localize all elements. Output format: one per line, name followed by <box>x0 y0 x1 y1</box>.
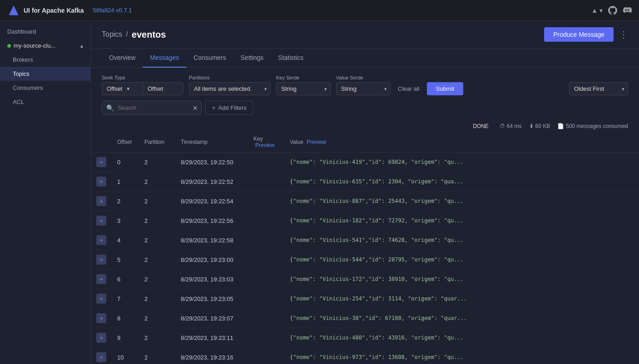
expand-row-button[interactable]: + <box>96 274 106 284</box>
sidebar-item-topics[interactable]: Topics <box>0 67 90 81</box>
sidebar-item-acl[interactable]: ACL <box>0 95 90 109</box>
main-layout: Dashboard my-source-clu... ▴ Brokers Top… <box>0 21 639 364</box>
seek-type-select[interactable]: Offset ▾ <box>102 82 143 95</box>
key-cell <box>248 289 284 309</box>
tab-statistics[interactable]: Statistics <box>271 49 311 68</box>
messages-stat: 📄 500 messages consumed <box>557 123 628 129</box>
github-icon <box>608 6 617 15</box>
sort-wrapper: Oldest First Newest First <box>569 82 628 95</box>
brokers-label: Brokers <box>13 56 33 63</box>
value-serde-wrapper: String Integer Long Base64 Avro <box>336 82 391 95</box>
breadcrumb-topics-link[interactable]: Topics <box>102 30 122 39</box>
partitions-wrapper: All items are selected. <box>189 82 271 95</box>
value-cell: {"nome": "Vinicius-635","id": 2304, "ori… <box>284 172 639 192</box>
seek-offset-input[interactable] <box>143 82 183 95</box>
key-serde-wrapper: String Integer Long Base64 Avro <box>276 82 331 95</box>
expand-row-button[interactable]: + <box>96 216 106 226</box>
key-serde-select[interactable]: String Integer Long Base64 Avro <box>276 82 331 95</box>
value-cell: {"nome": "Vinicius-254","id": 3114, "ori… <box>284 289 639 309</box>
github-button[interactable] <box>608 6 617 15</box>
search-bar: 🔍 ✕ + Add Filters <box>91 95 639 120</box>
expand-row-button[interactable]: + <box>96 177 106 187</box>
offset-cell: 3 <box>112 211 139 231</box>
search-clear-button[interactable]: ✕ <box>193 104 198 112</box>
table-row: + 8 2 8/29/2023, 19:23:07 {"nome": "Vini… <box>91 309 639 328</box>
messages-tbody: + 0 2 8/29/2023, 19:22:50 {"nome": "Vini… <box>91 152 639 364</box>
offset-cell: 7 <box>112 289 139 309</box>
tab-overview[interactable]: Overview <box>102 49 143 68</box>
offset-cell: 5 <box>112 250 139 270</box>
navbar-logo: UI for Apache Kafka <box>7 4 84 17</box>
expand-row-button[interactable]: + <box>96 255 106 265</box>
col-offset-header: Offset <box>112 132 139 152</box>
table-row: + 3 2 8/29/2023, 19:22:56 {"nome": "Vini… <box>91 211 639 231</box>
expand-row-button[interactable]: + <box>96 196 106 206</box>
expand-row-button[interactable]: + <box>96 294 106 304</box>
time-stat: ⏱ 64 ms <box>500 123 522 129</box>
partition-cell: 2 <box>139 250 175 270</box>
discord-icon <box>623 6 632 15</box>
key-preview-label: Preview <box>255 142 275 148</box>
expand-row-button[interactable]: + <box>96 333 106 343</box>
timestamp-cell: 8/29/2023, 19:22:50 <box>175 152 248 172</box>
key-cell <box>248 309 284 328</box>
sidebar-subitems: Brokers Topics Consumers ACL <box>0 53 90 109</box>
sidebar-item-dashboard[interactable]: Dashboard <box>0 25 90 39</box>
offset-cell: 4 <box>112 231 139 250</box>
col-key-header: Key Preview <box>248 132 284 152</box>
app-name: UI for Apache Kafka <box>24 7 84 14</box>
partition-cell: 2 <box>139 309 175 328</box>
offset-cell: 6 <box>112 270 139 289</box>
sort-select[interactable]: Oldest First Newest First <box>569 82 628 95</box>
page-header: Topics / eventos Produce Message ⋮ <box>91 21 639 49</box>
discord-button[interactable] <box>623 6 632 15</box>
timestamp-cell: 8/29/2023, 19:23:05 <box>175 289 248 309</box>
search-wrapper: 🔍 ✕ <box>102 101 202 115</box>
col-value-header: Value Preview <box>284 132 639 152</box>
consumers-label: Consumers <box>13 84 43 91</box>
key-serde-label: Key Serde <box>276 75 331 80</box>
value-preview-label: Preview <box>307 139 326 145</box>
tab-settings[interactable]: Settings <box>233 49 271 68</box>
expand-row-button[interactable]: + <box>96 235 106 245</box>
submit-button[interactable]: Submit <box>427 82 463 95</box>
sidebar-item-consumers[interactable]: Consumers <box>0 81 90 95</box>
value-serde-select[interactable]: String Integer Long Base64 Avro <box>336 82 391 95</box>
dashboard-label: Dashboard <box>7 28 36 35</box>
expand-row-button[interactable]: + <box>96 157 106 167</box>
value-cell: {"nome": "Vinicius-541","id": 74628, "or… <box>284 231 639 250</box>
value-cell: {"nome": "Vinicius-172","id": 38910, "or… <box>284 270 639 289</box>
tab-consumers[interactable]: Consumers <box>186 49 233 68</box>
expand-row-button[interactable]: + <box>96 352 106 362</box>
partitions-select[interactable]: All items are selected. <box>189 82 271 95</box>
produce-message-button[interactable]: Produce Message <box>544 27 614 42</box>
search-input[interactable] <box>102 101 202 115</box>
more-options-button[interactable]: ⋮ <box>619 29 628 40</box>
value-serde-group: Value Serde String Integer Long Base64 A… <box>336 75 391 95</box>
time-value: 64 ms <box>507 123 522 129</box>
breadcrumb: Topics / eventos <box>102 30 166 40</box>
navbar-version: 56fa824 v0.7.1 <box>93 7 132 14</box>
expand-row-button[interactable]: + <box>96 313 106 323</box>
partition-cell: 2 <box>139 270 175 289</box>
value-cell: {"nome": "Vinicius-419","id": 69824, "or… <box>284 152 639 172</box>
tab-messages[interactable]: Messages <box>143 49 186 68</box>
value-cell: {"nome": "Vinicius-887","id": 25443, "or… <box>284 192 639 211</box>
timestamp-cell: 8/29/2023, 19:23:16 <box>175 348 248 364</box>
cluster-collapse-button[interactable]: ▴ <box>80 43 83 49</box>
timestamp-cell: 8/29/2023, 19:22:58 <box>175 231 248 250</box>
value-cell: {"nome": "Vinicius-38","id": 67180, "ori… <box>284 309 639 328</box>
table-row: + 4 2 8/29/2023, 19:22:58 {"nome": "Vini… <box>91 231 639 250</box>
partition-cell: 2 <box>139 328 175 348</box>
partition-cell: 2 <box>139 172 175 192</box>
content-area: Topics / eventos Produce Message ⋮ Overv… <box>91 21 639 364</box>
user-menu-button[interactable]: ▲ ▾ <box>591 7 603 14</box>
key-cell <box>248 231 284 250</box>
clear-all-button[interactable]: Clear all <box>396 82 421 95</box>
chevron-down-icon: ▾ <box>599 7 603 14</box>
partitions-label: Partitions <box>189 75 271 80</box>
partition-cell: 2 <box>139 192 175 211</box>
add-filters-button[interactable]: + Add Filters <box>205 101 253 115</box>
sidebar-item-brokers[interactable]: Brokers <box>0 53 90 67</box>
key-cell <box>248 348 284 364</box>
